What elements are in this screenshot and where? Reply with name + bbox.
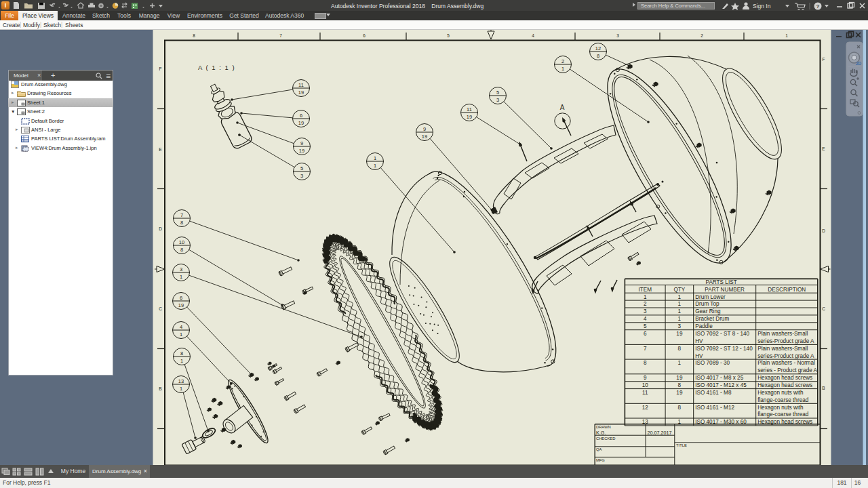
svg-text:9: 9 (423, 126, 426, 132)
svg-text:1: 1 (678, 301, 682, 307)
svg-text:3: 3 (180, 266, 182, 272)
svg-text:8: 8 (193, 33, 195, 38)
svg-text:series-Product grade A: series-Product grade A (757, 353, 814, 359)
svg-text:7: 7 (644, 346, 647, 352)
svg-text:1: 1 (678, 360, 682, 366)
svg-text:Plain washers - Normal: Plain washers - Normal (757, 360, 815, 366)
svg-text:1: 1 (644, 294, 647, 300)
svg-text:5: 5 (300, 165, 303, 171)
svg-text:D: D (159, 226, 162, 231)
svg-text:A: A (560, 104, 565, 111)
svg-text:K.G.: K.G. (596, 430, 606, 436)
svg-text:1: 1 (180, 386, 182, 392)
svg-text:C: C (822, 306, 825, 311)
svg-text:8: 8 (180, 220, 183, 226)
svg-text:9: 9 (300, 140, 303, 146)
svg-text:8: 8 (597, 53, 599, 59)
svg-text:6: 6 (363, 33, 366, 38)
svg-text:2: 2 (561, 58, 564, 64)
svg-text:PART NUMBER: PART NUMBER (705, 287, 745, 293)
svg-text:19: 19 (298, 120, 304, 126)
svg-text:Hexagon head screws: Hexagon head screws (757, 382, 812, 388)
svg-text:1: 1 (678, 316, 682, 322)
svg-text:19: 19 (676, 375, 683, 381)
svg-text:series - Product grade A: series - Product grade A (757, 367, 817, 373)
svg-text:1: 1 (374, 163, 376, 169)
svg-text:8: 8 (644, 360, 647, 366)
svg-text:Drum Top: Drum Top (695, 301, 719, 307)
svg-text:4: 4 (532, 33, 534, 38)
svg-text:10: 10 (642, 382, 649, 388)
svg-text:3: 3 (300, 173, 303, 179)
svg-text:ISO 4017 - M8 x 25: ISO 4017 - M8 x 25 (695, 375, 743, 381)
svg-text:20.07.2017: 20.07.2017 (648, 430, 672, 436)
svg-text:?: ? (816, 3, 820, 9)
svg-text:8: 8 (180, 350, 183, 357)
svg-text:Sign In: Sign In (753, 3, 771, 9)
svg-text:3: 3 (496, 97, 499, 103)
svg-text:19: 19 (298, 89, 304, 96)
svg-text:1: 1 (678, 294, 682, 300)
svg-text:QA: QA (596, 447, 602, 451)
svg-text:2: 2 (701, 33, 703, 38)
svg-text:Bracket Drum: Bracket Drum (695, 316, 729, 322)
svg-text:6: 6 (644, 331, 647, 337)
svg-text:Hexagon head screws: Hexagon head screws (757, 375, 812, 381)
svg-text:QTY: QTY (673, 287, 685, 293)
svg-text:DRAWN: DRAWN (596, 425, 611, 429)
svg-text:3: 3 (678, 323, 682, 329)
svg-text:1: 1 (180, 331, 182, 338)
svg-text:Plain washers-Small: Plain washers-Small (757, 331, 808, 337)
svg-text:ISO 4161 - M8: ISO 4161 - M8 (695, 390, 732, 396)
svg-text:A ( 1 : 1 ): A ( 1 : 1 ) (198, 64, 235, 71)
svg-text:7: 7 (180, 212, 183, 218)
svg-text:11: 11 (298, 82, 304, 88)
svg-text:4: 4 (180, 324, 182, 330)
svg-text:5: 5 (644, 323, 647, 329)
svg-text:series-Product grade A: series-Product grade A (757, 338, 814, 344)
svg-text:2: 2 (644, 301, 647, 307)
svg-text:MFG: MFG (596, 458, 605, 462)
svg-text:8: 8 (678, 346, 682, 352)
svg-text:5: 5 (496, 89, 499, 96)
svg-text:8: 8 (180, 247, 183, 253)
svg-text:4: 4 (644, 316, 647, 322)
svg-text:12: 12 (642, 405, 649, 411)
svg-text:6: 6 (300, 113, 302, 119)
svg-text:TITLE: TITLE (676, 443, 687, 447)
svg-text:E: E (159, 147, 162, 152)
svg-text:flange-coarse thread: flange-coarse thread (757, 411, 809, 418)
svg-text:19: 19 (178, 302, 184, 308)
svg-text:1: 1 (374, 155, 376, 161)
svg-text:1: 1 (180, 358, 183, 364)
svg-text:B: B (159, 386, 161, 391)
svg-text:19: 19 (676, 331, 683, 337)
svg-text:13: 13 (178, 378, 184, 384)
svg-text:D: D (822, 228, 825, 233)
svg-text:HV: HV (695, 338, 703, 344)
svg-text:Hexagon nuts with: Hexagon nuts with (757, 390, 804, 396)
svg-text:1: 1 (561, 66, 564, 72)
svg-text:B: B (822, 386, 825, 390)
svg-text:2D: 2D (856, 61, 862, 66)
svg-text:1: 1 (180, 274, 182, 280)
svg-text:8: 8 (678, 382, 682, 388)
svg-text:PARTS LIST: PARTS LIST (706, 279, 737, 285)
svg-text:Drum Lower: Drum Lower (695, 294, 726, 300)
svg-text:F: F (159, 66, 162, 71)
svg-text:19: 19 (299, 148, 304, 154)
svg-text:Paddle: Paddle (695, 323, 713, 329)
svg-text:3: 3 (644, 308, 647, 314)
svg-text:Hexagon nuts with: Hexagon nuts with (757, 405, 804, 411)
svg-text:C: C (159, 306, 162, 311)
svg-text:CHECKED: CHECKED (596, 436, 615, 441)
svg-text:Gear Ring: Gear Ring (695, 308, 721, 314)
svg-text:11: 11 (467, 106, 472, 113)
svg-text:8: 8 (678, 405, 682, 411)
svg-text:flange-coarse thread: flange-coarse thread (757, 397, 809, 403)
svg-text:ISO 7092 - ST 8 - 140: ISO 7092 - ST 8 - 140 (695, 331, 749, 337)
svg-text:1: 1 (678, 308, 682, 314)
svg-text:ISO 7092 - ST 12 - 140: ISO 7092 - ST 12 - 140 (695, 346, 753, 352)
svg-text:ITEM: ITEM (638, 287, 652, 293)
svg-text:19: 19 (467, 114, 472, 120)
